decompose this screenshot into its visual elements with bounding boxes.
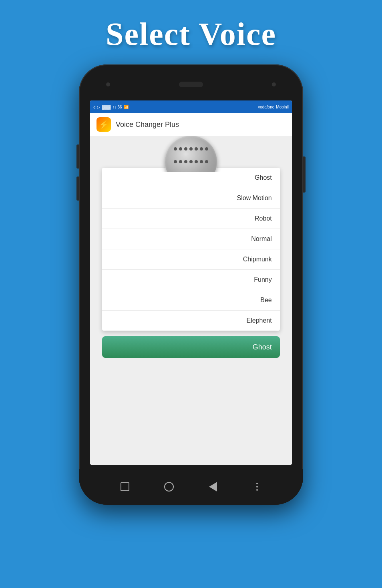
mic-dot bbox=[200, 160, 203, 163]
back-button[interactable] bbox=[207, 481, 219, 493]
microphone-container bbox=[159, 136, 223, 172]
signal-strength: ↑↓ 36 bbox=[113, 105, 122, 109]
main-content: GhostSlow MotionRobotNormalChipmunkFunny… bbox=[90, 136, 292, 465]
carrier-name: vodafone bbox=[258, 105, 274, 109]
voice-option-slow-motion[interactable]: Slow Motion bbox=[102, 188, 280, 209]
triangle-icon bbox=[209, 482, 217, 492]
battery-indicator: ▓▓▓ bbox=[102, 105, 111, 109]
mic-dot bbox=[189, 160, 193, 163]
power-button bbox=[303, 157, 306, 193]
phone-screen: ٥:٤٠ ▓▓▓ ↑↓ 36 📶 vodafone Mobinil ⚡ Voic… bbox=[90, 100, 292, 465]
circle-icon bbox=[164, 482, 174, 492]
select-voice-button[interactable]: Ghost bbox=[102, 336, 280, 358]
voice-option-robot[interactable]: Robot bbox=[102, 209, 280, 229]
microphone-icon bbox=[165, 136, 217, 172]
mic-dot bbox=[179, 160, 182, 163]
mic-dot bbox=[184, 160, 187, 163]
status-time: ٥:٤٠ bbox=[93, 105, 101, 109]
volume-up-button bbox=[76, 144, 79, 169]
page-title: Select Voice bbox=[106, 16, 276, 52]
mic-dot bbox=[195, 147, 198, 151]
app-name: Voice Changer Plus bbox=[116, 120, 179, 129]
mic-dot bbox=[195, 160, 198, 163]
phone-top-area bbox=[90, 72, 292, 96]
earpiece-speaker bbox=[179, 82, 203, 87]
app-toolbar: ⚡ Voice Changer Plus bbox=[90, 113, 292, 136]
mic-dot bbox=[189, 147, 193, 151]
mic-dot bbox=[200, 147, 203, 151]
status-right: vodafone Mobinil bbox=[258, 105, 289, 109]
mic-dot bbox=[179, 147, 182, 151]
carrier-name2: Mobinil bbox=[276, 105, 289, 109]
voice-dropdown[interactable]: GhostSlow MotionRobotNormalChipmunkFunny… bbox=[102, 168, 280, 331]
voice-option-chipmunk[interactable]: Chipmunk bbox=[102, 249, 280, 270]
phone-body: ٥:٤٠ ▓▓▓ ↑↓ 36 📶 vodafone Mobinil ⚡ Voic… bbox=[79, 64, 303, 505]
volume-down-button bbox=[76, 177, 79, 201]
select-button-label: Ghost bbox=[253, 343, 272, 351]
voice-option-funny[interactable]: Funny bbox=[102, 270, 280, 290]
sensor bbox=[272, 82, 276, 86]
front-camera bbox=[106, 82, 110, 86]
mic-dot bbox=[205, 160, 208, 163]
square-icon bbox=[121, 482, 129, 491]
menu-button[interactable] bbox=[251, 481, 263, 493]
voice-option-bee[interactable]: Bee bbox=[102, 290, 280, 311]
mic-dot bbox=[174, 147, 177, 151]
recent-apps-button[interactable] bbox=[119, 481, 131, 493]
mic-dot bbox=[174, 160, 177, 163]
status-left: ٥:٤٠ ▓▓▓ ↑↓ 36 📶 bbox=[93, 105, 129, 109]
home-button[interactable] bbox=[163, 481, 175, 493]
status-bar: ٥:٤٠ ▓▓▓ ↑↓ 36 📶 vodafone Mobinil bbox=[90, 100, 292, 113]
app-icon-emoji: ⚡ bbox=[99, 120, 109, 129]
app-icon: ⚡ bbox=[97, 117, 111, 132]
voice-option-elephent[interactable]: Elephent bbox=[102, 311, 280, 331]
dots-icon bbox=[256, 483, 258, 491]
voice-option-normal[interactable]: Normal bbox=[102, 229, 280, 249]
mic-dot bbox=[184, 147, 187, 151]
mic-dot bbox=[205, 147, 208, 151]
wifi-icon: 📶 bbox=[124, 105, 129, 109]
phone-device: ٥:٤٠ ▓▓▓ ↑↓ 36 📶 vodafone Mobinil ⚡ Voic… bbox=[79, 64, 303, 505]
